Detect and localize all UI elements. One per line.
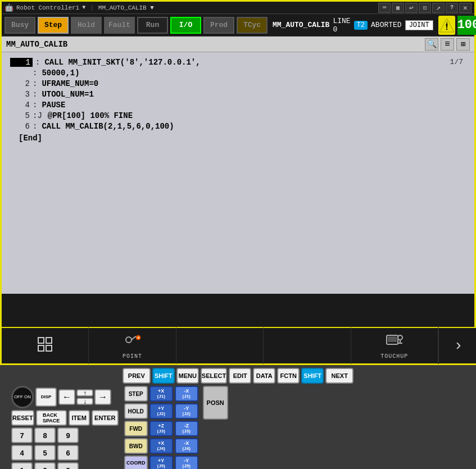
enter-button[interactable]: ENTER (92, 410, 119, 426)
select-button[interactable]: SELECT (201, 368, 227, 384)
toolbar-touchup-button[interactable]: TOUCHUP (351, 327, 438, 364)
svg-line-8 (132, 336, 135, 340)
shift-button-right[interactable]: SHIFT (301, 368, 324, 384)
num-6[interactable]: 6 (57, 445, 79, 461)
code-line-6[interactable]: 6 : CALL MM_CALIB(2,1,5,6,0,100) (10, 122, 466, 131)
disp-button[interactable]: DISP (35, 388, 57, 407)
keyboard-area: PREV SHIFT MENU SELECT EDIT DATA FCTN SH… (0, 365, 476, 469)
shift-button-left[interactable]: SHIFT (152, 368, 175, 384)
step-button[interactable]: Step (38, 17, 69, 34)
fctn-button[interactable]: FCTN (277, 368, 300, 384)
item-button[interactable]: ITEM (69, 410, 90, 426)
code-line-5[interactable]: 5 :J @PR[100] 100% FINE (10, 111, 466, 120)
toolbar-point-button[interactable]: + POINT (89, 327, 176, 364)
num-8[interactable]: 8 (34, 427, 56, 443)
edit-button[interactable]: EDIT (229, 368, 251, 384)
step-func-button[interactable]: STEP (124, 386, 148, 402)
code-line-3[interactable]: 3 : UTOOL_NUM=1 (10, 90, 466, 99)
num-5[interactable]: 5 (34, 445, 56, 461)
num-4[interactable]: 4 (11, 445, 33, 461)
posn-button[interactable]: POSN (203, 386, 228, 420)
next-button[interactable]: NEXT (325, 368, 353, 384)
tb-grid-btn[interactable]: ▦ (392, 3, 404, 13)
tb-help-btn[interactable]: ? (446, 3, 458, 13)
tb-keyboard-btn[interactable]: ⌨ (378, 3, 391, 13)
code-content-4: PAUSE (42, 101, 65, 110)
tb-link-btn[interactable]: ↗ (432, 3, 445, 13)
io-button[interactable]: I/O (170, 17, 201, 34)
j3-pos-button[interactable]: +Z(J3) (149, 421, 173, 436)
off-on-button[interactable]: OFF ON (11, 386, 34, 408)
j3-neg-button[interactable]: -Z(J3) (175, 421, 198, 436)
next-arrow: › (454, 337, 463, 354)
svg-rect-3 (38, 338, 44, 343)
up-arrow-button[interactable]: ↑ (76, 389, 93, 397)
j5-neg-button[interactable]: -Y(J5) (175, 456, 198, 469)
j4-neg-button[interactable]: -X(J4) (175, 438, 198, 454)
touchup-icon (386, 332, 404, 351)
prev-button[interactable]: PREV (123, 368, 151, 384)
j4-pos-button[interactable]: +X(J4) (149, 438, 173, 454)
num-1[interactable]: 1 (11, 462, 33, 469)
end-line: [End] (19, 134, 466, 143)
run-button[interactable]: Run (137, 17, 168, 34)
code-line-4[interactable]: 4 : PAUSE (10, 101, 466, 110)
split-view-button[interactable]: ⊞ (456, 38, 470, 51)
tb-screen-btn[interactable]: ⊡ (419, 3, 431, 13)
busy-button[interactable]: Busy (4, 17, 35, 34)
line-colon-6: : (33, 122, 37, 131)
percent-value: 100 (457, 18, 476, 32)
bottom-toolbar: + POINT TOUCHUP (2, 327, 476, 363)
hold-func-button[interactable]: HOLD (124, 403, 148, 419)
data-button[interactable]: DATA (253, 368, 275, 384)
right-arrow-button[interactable]: → (94, 389, 111, 405)
code-line-1[interactable]: 1 : CALL MM_INIT_SKT('8','127.0.0.1', (10, 58, 466, 67)
bwd-button[interactable]: BWD (124, 438, 148, 454)
warning-icon[interactable]: ! i (438, 16, 455, 35)
code-line-2[interactable]: 2 : UFRAME_NUM=0 (10, 79, 466, 88)
menu-button[interactable]: MENU (176, 368, 199, 384)
toolbar-grid-button[interactable] (2, 327, 89, 364)
title-bar-buttons: ⌨ ▦ ↩ ⊡ ↗ ? ✕ (378, 3, 472, 13)
left-arrow-button[interactable]: ← (58, 389, 75, 405)
toolbar-next-button[interactable]: › (438, 327, 476, 364)
coord-func-button[interactable]: COORD (124, 456, 148, 469)
prod-button[interactable]: Prod (203, 17, 234, 34)
title-dropdown1[interactable]: ▼ (82, 4, 85, 11)
svg-point-14 (398, 335, 402, 340)
line-colon-4: : (33, 101, 37, 110)
status-info: MM_AUTO_CALIB LINE 0 T2 ABORTED JOINT (273, 17, 433, 34)
code-content-3: UTOOL_NUM=1 (42, 90, 93, 99)
line-number: 1/7 (450, 58, 463, 66)
fwd-button[interactable]: FWD (124, 421, 148, 436)
numpad: 7 8 9 (11, 427, 119, 443)
j1-pos-button[interactable]: +X(J1) (149, 386, 173, 402)
tb-back-btn[interactable]: ↩ (405, 3, 418, 13)
num-7[interactable]: 7 (11, 427, 33, 443)
svg-rect-4 (46, 338, 52, 343)
j2-pos-button[interactable]: +Y(J2) (149, 403, 173, 419)
num-2[interactable]: 2 (34, 462, 56, 469)
code-content-1: CALL MM_INIT_SKT('8','127.0.0.1', (44, 58, 200, 67)
title-separator: | (90, 4, 94, 11)
tb-close-btn[interactable]: ✕ (459, 3, 472, 13)
num-9[interactable]: 9 (57, 427, 79, 443)
status-program: MM_AUTO_CALIB (273, 21, 329, 29)
prog-icons: 🔍 ≡ ⊞ (425, 38, 470, 51)
zoom-in-button[interactable]: 🔍 (425, 38, 438, 51)
j1-neg-button[interactable]: -X(J1) (175, 386, 198, 402)
line-num-2: 2 (10, 79, 33, 88)
tcyc-button[interactable]: TCyc (237, 17, 268, 34)
j2-neg-button[interactable]: -Y(J2) (175, 403, 198, 419)
menu-lines-button[interactable]: ≡ (441, 38, 454, 51)
num-3[interactable]: 3 (57, 462, 79, 469)
svg-rect-5 (38, 345, 44, 351)
hold-button[interactable]: Hold (71, 17, 102, 34)
fault-button[interactable]: Fault (104, 17, 135, 34)
title-program-dropdown[interactable]: MM_AUTO_CALIB ▼ (98, 4, 154, 11)
line-num-4: 4 (10, 101, 33, 110)
backspace-button[interactable]: BACKSPACE (36, 410, 67, 426)
down-arrow-button[interactable]: ↓ (76, 398, 93, 405)
reset-button[interactable]: RESET (11, 410, 34, 426)
j5-pos-button[interactable]: +Y(J5) (149, 456, 173, 469)
